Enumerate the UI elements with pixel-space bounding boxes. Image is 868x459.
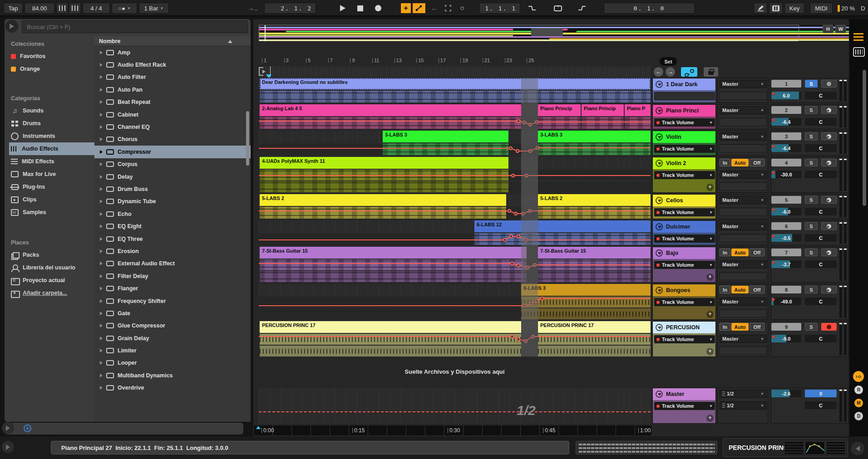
automation-breakpoint[interactable] (541, 297, 543, 300)
time-signature-field[interactable]: 4 / 4 (83, 3, 110, 14)
sidebar-item-librer-a-del-usuario[interactable]: Librería del usuario (9, 261, 94, 274)
track-header[interactable]: ViolinTrack Volume▼ (652, 131, 716, 156)
expand-triangle-icon[interactable] (100, 361, 103, 365)
search-input[interactable] (22, 20, 248, 33)
device-row[interactable]: Echo (94, 208, 251, 220)
clip[interactable]: 8-LABS 3 (521, 284, 651, 296)
clip[interactable]: 7-SI-Bass Guitar 15 (260, 247, 527, 259)
sidebar-item-audio-effects[interactable]: Audio Effects (9, 142, 94, 155)
expand-triangle-icon[interactable] (100, 63, 103, 67)
automation-param-selector[interactable]: Track Volume▼ (654, 208, 715, 216)
output-routing-menu[interactable]: Master▼ (720, 222, 767, 230)
track-clips-row[interactable]: PERCUSION PRINC 17PERCUSION PRINC 17 (259, 321, 651, 357)
expand-triangle-icon[interactable] (100, 75, 103, 79)
device-row[interactable]: Delay (94, 171, 251, 183)
pan-field[interactable]: C (805, 260, 837, 268)
device-row[interactable]: Channel EQ (94, 121, 251, 133)
loop-length-field[interactable]: 0. 1. 0 (604, 3, 695, 14)
automation-envelope[interactable] (259, 233, 651, 245)
volume-field[interactable]: -3.7 (771, 260, 801, 268)
expand-triangle-icon[interactable] (100, 137, 103, 141)
track-header[interactable]: DulcimerTrack Volume▼ (652, 220, 716, 245)
track-header[interactable]: Violin 2Track Volume▼+ (652, 157, 716, 193)
device-chain-strip[interactable]: PERCUSION PRINC (723, 438, 848, 457)
volume-field[interactable]: -0.5 (771, 234, 801, 242)
add-automation-lane-button[interactable]: + (706, 348, 714, 355)
automation-lane[interactable] (259, 181, 651, 192)
expand-triangle-icon[interactable] (100, 88, 103, 92)
expand-triangle-icon[interactable] (100, 125, 103, 129)
browser-collapse-button[interactable] (5, 20, 18, 33)
track-clips-row[interactable]: 6-LABS 12 (259, 220, 651, 245)
add-automation-lane-button[interactable]: + (706, 311, 714, 318)
show-info-button[interactable] (2, 441, 14, 453)
clip[interactable]: 5-LABS 2 (260, 194, 506, 206)
clip[interactable]: 2-Analog Lab 4 5 (260, 104, 521, 116)
monitor-off-button[interactable]: Off (750, 249, 764, 256)
track-header[interactable]: 1 Dear Dark (652, 78, 716, 103)
list-scrollbar[interactable] (246, 111, 249, 166)
output-routing-menu[interactable]: Master▼ (720, 132, 767, 141)
loop-switch[interactable] (550, 3, 566, 14)
hide-device-view-button[interactable] (851, 442, 864, 455)
device-row[interactable]: Grain Delay (94, 332, 251, 344)
sidebar-item-orange[interactable]: Orange (9, 63, 94, 75)
overdub-button[interactable]: + (400, 3, 411, 14)
expand-triangle-icon[interactable] (100, 187, 103, 191)
punch-out-button[interactable] (575, 3, 589, 14)
arm-button[interactable] (821, 222, 837, 230)
expand-triangle-icon[interactable] (100, 100, 103, 104)
track-clips-row[interactable]: 4-UADx PolyMAX Synth 11 (259, 157, 651, 193)
info-view-toggle[interactable] (24, 425, 31, 432)
automation-envelope[interactable] (259, 334, 651, 346)
master-automation-line[interactable] (259, 411, 651, 412)
expand-triangle-icon[interactable] (100, 299, 103, 303)
time-ruler[interactable]: 0:000:150:300:451:00 (253, 425, 651, 435)
track-number-button[interactable]: 1 (771, 80, 801, 88)
fit-height-button[interactable]: H (823, 25, 833, 33)
track-number-button[interactable]: 9 (771, 323, 801, 331)
output-routing-menu[interactable]: Master▼ (720, 106, 767, 114)
pan-field[interactable]: C (805, 335, 837, 342)
next-marker-button[interactable]: → (666, 67, 675, 77)
io-section-toggle[interactable]: I·O (853, 371, 864, 382)
solo-button[interactable]: S (805, 159, 818, 166)
master-volume-field[interactable]: -2.6 (771, 390, 801, 397)
device-row[interactable]: Gate (94, 307, 251, 319)
track-number-button[interactable]: 8 (771, 286, 801, 293)
follow-button[interactable]: →‥ (245, 3, 261, 14)
automation-envelope[interactable] (259, 143, 651, 156)
show-clip-view-button[interactable] (2, 422, 14, 434)
device-row[interactable]: External Audio Effect (94, 258, 251, 270)
solo-button[interactable]: S (805, 323, 818, 331)
solo-button[interactable]: S (805, 80, 818, 88)
automation-breakpoint[interactable] (503, 239, 506, 241)
output-routing-menu[interactable]: 1/2▼ (720, 390, 767, 398)
vertical-scrollbar[interactable] (863, 70, 866, 206)
track-name-header[interactable]: Bongoes (653, 284, 715, 296)
clip[interactable]: Piano Princip (538, 104, 581, 116)
automation-breakpoint[interactable] (514, 212, 517, 215)
fold-track-icon[interactable] (656, 324, 663, 331)
arm-button[interactable] (821, 106, 837, 114)
play-button[interactable] (336, 3, 350, 14)
device-row[interactable]: Drum Buss (94, 183, 251, 195)
expand-triangle-icon[interactable] (100, 150, 103, 154)
add-automation-lane-button[interactable]: + (706, 184, 714, 191)
track-clips-row[interactable]: 7-SI-Bass Guitar 157-SI-Bass Guitar 15 (259, 247, 651, 283)
automation-breakpoint[interactable] (510, 235, 513, 238)
output-routing-menu[interactable]: 1/2▼ (720, 401, 767, 410)
volume-field[interactable]: 6.0 (771, 92, 801, 99)
sidebar-item-samples[interactable]: Samples (9, 206, 94, 219)
clip[interactable]: PERCUSION PRINC 17 (538, 321, 651, 333)
master-pan-field[interactable]: 0 (805, 390, 837, 397)
monitor-auto-button[interactable]: Auto (731, 249, 749, 256)
expand-triangle-icon[interactable] (100, 249, 103, 253)
automation-param-selector[interactable]: Track Volume▼ (654, 145, 715, 153)
fit-width-button[interactable]: W (835, 25, 846, 33)
expand-triangle-icon[interactable] (100, 312, 103, 315)
automation-param-selector[interactable]: Track Volume▼ (654, 335, 715, 343)
punch-in-button[interactable] (525, 3, 539, 14)
pan-field[interactable]: C (805, 208, 837, 215)
clip[interactable]: Piano Princip (582, 104, 624, 116)
